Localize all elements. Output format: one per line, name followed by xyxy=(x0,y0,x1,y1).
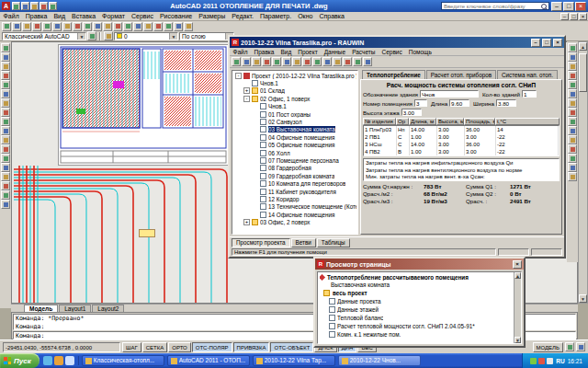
menu-редакт[interactable]: Редакт. xyxy=(229,13,257,19)
tree-item-08-гардеробная[interactable]: 08 Гардеробная xyxy=(233,165,356,172)
mode-button-привязка[interactable]: ПРИВЯЗКА xyxy=(233,342,270,352)
rauwin-icon-copy[interactable] xyxy=(292,57,301,66)
draw-icon-spline[interactable] xyxy=(1,126,10,135)
qa-icon-undo[interactable] xyxy=(40,2,48,10)
tree-item-05-офисные-помещения[interactable]: 05 Офисные помещения xyxy=(233,142,356,149)
toolbar-icon-redo[interactable] xyxy=(113,22,122,31)
modify-icon-rotate[interactable] xyxy=(568,98,577,108)
toolbar-icon-zoom-previous[interactable] xyxy=(153,22,163,31)
rauwin-menu-данные[interactable]: Данные xyxy=(321,49,348,55)
rauwin-menu-помощь[interactable]: Помощь xyxy=(405,49,435,55)
rauwin-close-button[interactable]: × xyxy=(553,39,562,47)
mode-button-отс-объект[interactable]: ОТС-ОБЪЕКТ xyxy=(270,342,313,352)
toolbar-icon-pan-realtime[interactable] xyxy=(123,22,132,31)
draw-icon-region[interactable] xyxy=(1,190,10,200)
preview-item-комн-к-1-нежилые-пом[interactable]: Комн. к.1 нежилые пом. xyxy=(329,330,512,339)
tray-icon-network[interactable] xyxy=(538,358,545,364)
rauwin-menu-сервис[interactable]: Сервис xyxy=(379,49,405,55)
bottom-tab-просмотр-проекта[interactable]: Просмотр проекта xyxy=(232,238,290,247)
rauwin-icon-floor-heating[interactable] xyxy=(343,57,352,66)
toolbar-icon-match-properties[interactable] xyxy=(93,22,102,31)
chevron-down-icon[interactable]: ▼ xyxy=(77,33,85,40)
draw-icon-gradient[interactable] xyxy=(1,181,10,190)
scroll-down-arrow[interactable]: ▼ xyxy=(514,337,521,343)
task-2010-12-22-чнов[interactable]: 2010-12-22 Чнов... xyxy=(338,355,421,366)
tree-item-11-кабинет-руководителя[interactable]: 11 Кабинет руководителя xyxy=(233,188,356,195)
mdi-restore-button[interactable]: □ xyxy=(570,13,578,20)
preview-titlebar[interactable]: R Просмотр страницы × xyxy=(315,259,524,270)
bottom-tab-ветви[interactable]: Ветви xyxy=(291,238,316,247)
menu-параметр[interactable]: Параметр. xyxy=(256,13,294,19)
table-row[interactable]: 1 ПлнГр03Нп14.003.0036.0014 xyxy=(364,126,559,133)
workspace-combo[interactable]: Классический AutoCAD ▼ xyxy=(2,32,86,40)
draw-icon-hatch[interactable] xyxy=(1,172,10,181)
preview-item-расчет-тепловой-мощности-согл-снип-2-04-[interactable]: Расчет тепловой мощности согл. СНиП 2.04… xyxy=(329,322,512,330)
autocad-app-icon[interactable]: A xyxy=(2,2,10,10)
toolbar-icon-cut[interactable] xyxy=(62,22,72,31)
toolbar-icon-open[interactable] xyxy=(12,22,21,31)
draw-icon-polyline[interactable] xyxy=(1,71,10,80)
rauwin-icon-paste[interactable] xyxy=(302,57,311,66)
toolbar-icon-properties[interactable] xyxy=(164,22,173,31)
toolbar-icon-plot-preview[interactable] xyxy=(42,22,51,31)
preview-scrollbar[interactable]: ▲ ▼ xyxy=(514,272,521,343)
qa-icon-save[interactable] xyxy=(30,2,39,10)
toolbar-icon-undo[interactable] xyxy=(103,22,112,31)
maximize-button[interactable]: □ xyxy=(563,2,574,11)
draw-icon-revision-cloud[interactable] xyxy=(1,117,10,126)
rauwin-icon-print[interactable] xyxy=(262,57,271,66)
draw-icon-arc[interactable] xyxy=(1,98,10,108)
mode-button-орто[interactable]: ОРТО xyxy=(168,342,190,352)
start-button[interactable]: Пуск xyxy=(0,353,40,368)
tree-item-04-офисные-помещения[interactable]: 04 Офисные помещения xyxy=(233,133,356,141)
tree-item-12-коридор[interactable]: 12 Коридор xyxy=(233,195,356,202)
tree-expand-toggle[interactable]: + xyxy=(243,219,250,225)
tree-item-09-гардеробная-комната[interactable]: 09 Гардеробная комната xyxy=(233,172,356,179)
menu-вставка[interactable]: Вставка xyxy=(69,13,99,19)
scroll-down-arrow[interactable]: ▼ xyxy=(579,294,587,303)
modify-icon-scale[interactable] xyxy=(568,108,577,117)
preview-item-данные-этажей[interactable]: Данные этажей xyxy=(329,305,512,314)
clock[interactable]: 16:21 xyxy=(568,358,582,364)
scroll-up-arrow[interactable]: ▲ xyxy=(514,272,521,279)
draw-icon-rectangle[interactable] xyxy=(1,89,10,98)
mode-button-шаг[interactable]: ШАГ xyxy=(122,342,141,352)
preview-item-данные-проекта[interactable]: Данные проекта xyxy=(329,297,512,305)
task-классическая-отопл[interactable]: Классическая-отопл... xyxy=(82,355,164,366)
tray-icon-volume[interactable] xyxy=(530,358,537,364)
draw-icon-point[interactable] xyxy=(1,163,10,172)
modify-icon-mirror[interactable] xyxy=(568,62,577,71)
language-indicator[interactable]: RU xyxy=(556,358,564,364)
preview-item-тепловой-баланс[interactable]: Тепловой баланс xyxy=(329,314,512,322)
preview-subheading[interactable]: Выставочная комната xyxy=(320,281,512,289)
toolbar-icon-design-center[interactable] xyxy=(174,22,183,31)
toolbar-icon-tool-palettes[interactable] xyxy=(184,22,193,31)
toolbar-icon-qnew[interactable] xyxy=(2,22,11,31)
toolbar-icon-plot[interactable] xyxy=(32,22,41,31)
tree-item-06-холл[interactable]: 06 Холл xyxy=(233,149,356,156)
calc-notes[interactable]: Затраты тепла на нагрев инфильтрационног… xyxy=(363,158,560,181)
rauwin-icon-save[interactable] xyxy=(252,57,261,66)
table-row[interactable]: 4 ПВ2В1.003.003.00-22 xyxy=(364,148,559,155)
mdi-minimize-button[interactable]: – xyxy=(560,13,569,20)
layer-combo[interactable]: 0 ▼ xyxy=(114,32,178,40)
menu-справка[interactable]: Справка xyxy=(316,13,347,19)
scrollbar-thumb[interactable] xyxy=(579,53,587,92)
annotation-scale-icon[interactable] xyxy=(565,342,574,351)
rauwin-menu-правка[interactable]: Правка xyxy=(251,49,277,55)
rauwin-menu-проект[interactable]: Проект xyxy=(295,49,321,55)
rauwin-icon-heat-demand[interactable] xyxy=(322,57,332,66)
toolbar-icon-copy[interactable] xyxy=(73,22,82,31)
draw-icon-ellipse[interactable] xyxy=(1,135,10,144)
layout-tab-layout2[interactable]: Layout2 xyxy=(92,305,124,312)
tab-теплопотребление[interactable]: Теплопотребление xyxy=(362,70,425,79)
quicklaunch-internet-explorer[interactable] xyxy=(54,356,63,365)
qa-icon-open[interactable] xyxy=(21,2,29,10)
clean-screen-icon[interactable] xyxy=(576,342,585,351)
rauwin-icon-cut[interactable] xyxy=(282,57,291,66)
color-combo[interactable]: По слою ▼ xyxy=(179,32,234,40)
task-autocad-2011-отоп[interactable]: AutoCAD 2011 - ОТОП... xyxy=(167,355,250,366)
menu-рисование[interactable]: Рисование xyxy=(156,13,195,19)
draw-icon-multiline-text[interactable] xyxy=(1,200,10,209)
search-input[interactable] xyxy=(442,4,541,9)
